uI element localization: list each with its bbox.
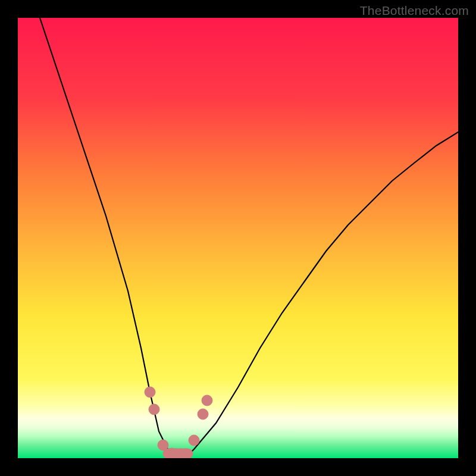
svg-rect-11 <box>163 449 193 458</box>
valley-markers <box>145 387 212 458</box>
plot-area <box>18 18 458 458</box>
chart-frame: TheBottleneck.com <box>0 0 476 476</box>
svg-point-1 <box>145 387 155 397</box>
watermark-text: TheBottleneck.com <box>360 4 469 18</box>
svg-point-2 <box>149 404 159 415</box>
svg-point-9 <box>198 409 208 419</box>
curve-layer <box>18 18 458 458</box>
svg-point-10 <box>202 395 212 406</box>
bottleneck-curve <box>40 18 458 458</box>
svg-point-8 <box>189 435 199 446</box>
